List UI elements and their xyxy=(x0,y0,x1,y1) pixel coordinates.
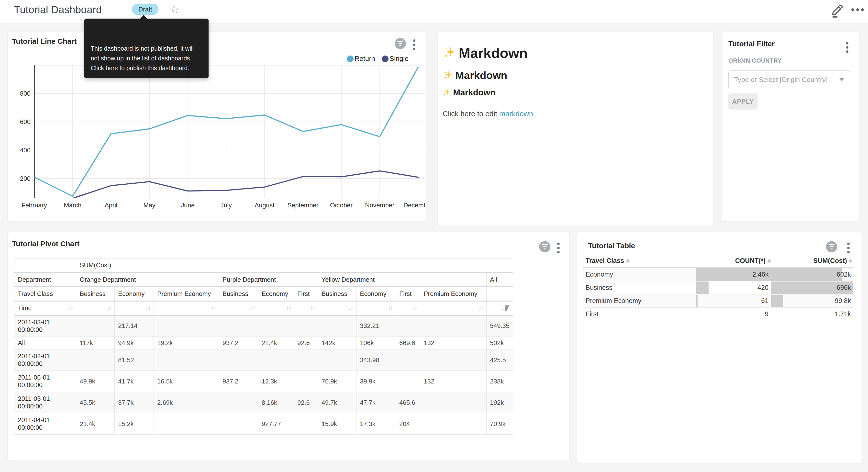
table-row: Business420696k xyxy=(583,281,853,294)
sort-icon[interactable]: ↓↑ xyxy=(412,304,416,312)
pivot-cell xyxy=(154,350,219,371)
sort-desc-active-icon[interactable]: ↓ xyxy=(501,305,509,312)
markdown-h1-text: Markdown xyxy=(459,45,528,61)
pivot-chart-kebab-icon[interactable] xyxy=(556,242,561,254)
markdown-h1: Markdown xyxy=(442,45,528,61)
pivot-cell: 669.6 xyxy=(396,336,420,350)
data-table: Travel ClassCOUNT(*)SUM(Cost)Economy2.46… xyxy=(583,255,853,321)
sparkles-icon xyxy=(442,46,457,60)
pivot-cell: 927.77 xyxy=(258,413,294,435)
edit-pencil-icon[interactable] xyxy=(831,4,843,18)
apply-button[interactable]: APPLY xyxy=(728,93,758,110)
draft-badge-label: Draft xyxy=(138,6,152,13)
pivot-cell: 12.3k xyxy=(258,371,294,392)
pivot-cell: 332.21 xyxy=(356,315,396,336)
pivot-cell: 45.5k xyxy=(76,392,115,413)
svg-text:May: May xyxy=(143,202,155,209)
pivot-cell: 70.9k xyxy=(487,413,513,435)
pivot-cell xyxy=(219,350,258,371)
pivot-cell xyxy=(76,315,115,336)
table-row: First91.71k xyxy=(583,308,853,321)
pivot-group-header[interactable]: Orange Department xyxy=(76,273,219,287)
pivot-cell: 937.2 xyxy=(219,371,258,392)
pivot-cell xyxy=(258,315,294,336)
table-card-kebab-icon[interactable] xyxy=(846,242,850,254)
table-column-header[interactable]: SUM(Cost) xyxy=(771,257,853,265)
origin-country-select[interactable]: Type or Select [Origin Country] xyxy=(728,70,850,89)
sparkles-icon xyxy=(442,88,451,97)
svg-text:July: July xyxy=(221,202,232,209)
pivot-col-header[interactable] xyxy=(487,287,513,301)
pivot-cell xyxy=(219,413,258,435)
pivot-col-header[interactable]: First xyxy=(396,287,420,301)
pivot-row-header: 2011-03-01 00:00:00 xyxy=(14,315,76,336)
pivot-col-header[interactable]: First xyxy=(294,287,318,301)
pivot-cell xyxy=(294,315,318,336)
pivot-cell: 142k xyxy=(318,336,356,350)
pivot-cell: 117k xyxy=(76,336,115,350)
pivot-cell: 192k xyxy=(487,392,513,413)
line-chart-svg[interactable]: 200400600800FebruaryMarchAprilMayJuneJul… xyxy=(7,32,426,218)
pivot-col-header[interactable]: Economy xyxy=(258,287,294,301)
pivot-group-header[interactable]: Purple Department xyxy=(219,273,318,287)
table-column-header[interactable]: COUNT(*) xyxy=(695,257,771,265)
markdown-link[interactable]: markdown xyxy=(499,110,533,118)
pivot-col-header[interactable]: Economy xyxy=(356,287,396,301)
more-menu-icon[interactable] xyxy=(851,8,864,11)
sort-icon[interactable]: ↓↑ xyxy=(106,304,111,312)
pivot-cell xyxy=(420,350,487,371)
pivot-col-header[interactable]: Premium Economy xyxy=(420,287,487,301)
pivot-col-header[interactable]: Business xyxy=(318,287,356,301)
markdown-h2: Markdown xyxy=(442,69,507,82)
pivot-cell: 204 xyxy=(396,413,420,435)
applied-filters-icon[interactable] xyxy=(539,241,550,253)
pivot-group-header[interactable]: All xyxy=(487,273,513,287)
pivot-group-header[interactable]: Yellow Department xyxy=(318,273,487,287)
pivot-sort-cell: ↓↑ xyxy=(396,301,420,315)
markdown-card[interactable]: Markdown Markdown Markdown Click here to… xyxy=(438,32,713,226)
sum-cell: 1.71k xyxy=(771,308,853,321)
pivot-metric-header: SUM(Cost) xyxy=(76,259,513,273)
svg-text:October: October xyxy=(330,202,353,209)
table-card-title: Tutorial Table xyxy=(588,242,635,250)
pivot-col-header[interactable]: Premium Economy xyxy=(154,287,219,301)
pivot-col-header[interactable]: Business xyxy=(76,287,115,301)
svg-text:September: September xyxy=(287,202,319,209)
sort-icon[interactable]: ↓↑ xyxy=(68,304,73,312)
pivot-cell xyxy=(396,371,420,392)
pivot-cell: 217.14 xyxy=(115,315,154,336)
markdown-paragraph: Click here to edit markdown xyxy=(442,110,533,118)
pivot-col-header[interactable]: Economy xyxy=(115,287,154,301)
pivot-cell: 17.3k xyxy=(356,413,396,435)
filter-card-kebab-icon[interactable] xyxy=(845,41,849,54)
sort-icon[interactable]: ↓↑ xyxy=(388,304,392,312)
pivot-cell xyxy=(318,315,356,336)
sort-icon[interactable]: ↓↑ xyxy=(348,304,353,312)
pivot-col-header[interactable]: Business xyxy=(219,287,258,301)
sort-icon[interactable]: ↓↑ xyxy=(310,304,314,312)
pivot-cell: 2.69k xyxy=(154,392,219,413)
draft-badge[interactable]: Draft xyxy=(132,4,158,15)
favorite-star-icon[interactable]: ☆ xyxy=(169,2,179,16)
svg-text:June: June xyxy=(181,202,195,209)
pivot-row-header: 2011-05-01 00:00:00 xyxy=(14,392,76,413)
pivot-dept-label: Department xyxy=(14,273,76,287)
sort-icon[interactable]: ↓↑ xyxy=(250,304,254,312)
sort-icon[interactable]: ↓↑ xyxy=(211,304,215,312)
pivot-cell xyxy=(294,413,318,435)
table-column-header[interactable]: Travel Class xyxy=(583,257,695,265)
sparkles-icon xyxy=(442,70,453,81)
tooltip-text: This dashboard is not published, it will… xyxy=(91,45,194,71)
tooltip-arrow xyxy=(140,15,148,19)
sort-icon[interactable]: ↓↑ xyxy=(286,304,290,312)
sort-icon[interactable]: ↓↑ xyxy=(478,304,483,312)
pivot-cell xyxy=(294,371,318,392)
pivot-cell xyxy=(318,350,356,371)
pivot-cell: 238k xyxy=(487,371,513,392)
count-cell: 9 xyxy=(695,308,771,321)
publish-tooltip: This dashboard is not published, it will… xyxy=(84,19,209,78)
sort-icon[interactable]: ↓↑ xyxy=(146,304,150,312)
page-title: Tutorial Dashboard xyxy=(14,4,102,16)
applied-filters-icon[interactable] xyxy=(826,241,837,253)
pivot-cell: 49.9k xyxy=(76,371,115,392)
